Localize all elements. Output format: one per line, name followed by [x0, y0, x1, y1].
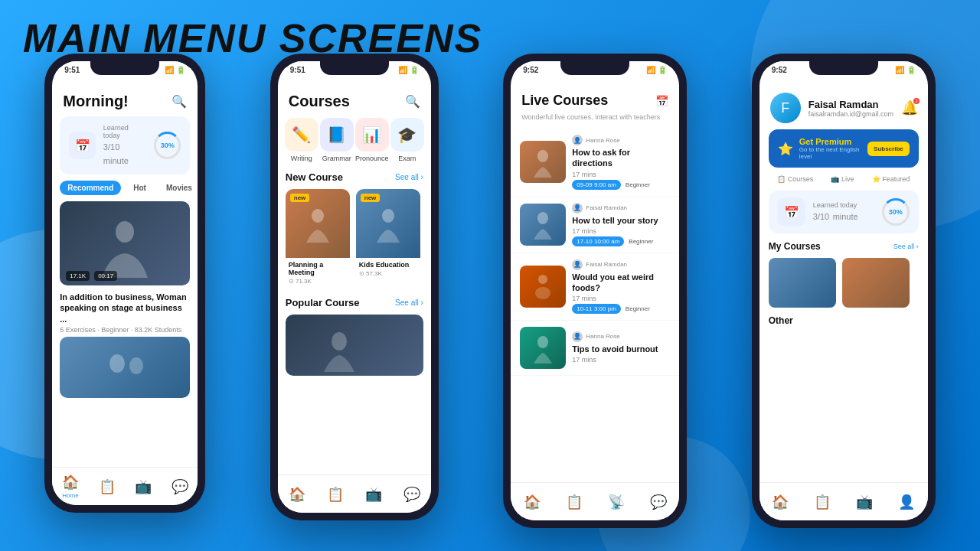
progress-number: 3/10 minute [103, 139, 147, 167]
my-courses-title: My Courses [769, 241, 821, 252]
phone-2-notch [320, 61, 389, 75]
course-1-time: 09-09 9:00 am [572, 180, 621, 190]
course-1-img [520, 141, 566, 183]
phone-1-video-card[interactable]: 17.1K 00:17 [60, 201, 190, 285]
svg-point-1 [109, 354, 125, 373]
nav-tv[interactable]: 📺 [135, 478, 152, 495]
course-1-info: 👤 Hanna Rose How to ask for directions 1… [572, 135, 670, 190]
my-course-1-thumb[interactable] [769, 258, 836, 308]
svg-point-3 [312, 209, 324, 223]
course-3-time: 10-11 3:00 pm [572, 304, 621, 314]
phone-1-progress-card: 📅 Learned today 3/10 minute 30% [60, 116, 190, 174]
course-3-figure [531, 272, 554, 302]
course-2-img [520, 204, 566, 246]
nav-home-label: Home [62, 492, 78, 499]
my-course-2-thumb[interactable] [842, 258, 910, 308]
course-4-title: Tips to avoid burnout [572, 344, 670, 354]
course-2-thumb [520, 204, 566, 246]
subtab-live[interactable]: 📺 Live [831, 175, 854, 183]
course-2-figure [531, 209, 554, 240]
nav-courses[interactable]: 📋 [99, 478, 116, 495]
phone-2-nav: 🏠 📋 📺 💬 [278, 474, 431, 513]
phone-4-screen: 9:52 📶 🔋 F Faisal Ramdan faisalramdan.id… [760, 61, 928, 520]
video-figure-2 [94, 344, 155, 390]
phone-4-sub-tabs: 📋 Courses 📺 Live ⭐ Featured [760, 175, 928, 191]
tab-recommend[interactable]: Recommend [60, 181, 121, 195]
phone-2-new-course-header: New Course See all › [278, 171, 431, 189]
battery-icon-4: 🔋 [906, 66, 916, 74]
nav-home-3[interactable]: 🏠 [524, 494, 541, 510]
progress-number-4: 3/10 minute [813, 209, 858, 223]
course-card-kids[interactable]: new Kids Education ⊙ 57.3K [356, 189, 420, 288]
nav-chat[interactable]: 💬 [172, 478, 188, 495]
nav-home[interactable]: 🏠 Home [62, 474, 79, 499]
learned-label: Learned today [103, 124, 147, 139]
battery-icon-2: 🔋 [410, 66, 419, 74]
popular-label: Popular Course [286, 297, 360, 308]
nav-chat-2[interactable]: 💬 [403, 486, 420, 503]
my-courses-see-all[interactable]: See all › [893, 243, 919, 250]
notification-bell[interactable]: 🔔 2 [901, 99, 918, 116]
courses-icon: 📋 [99, 478, 116, 495]
new-course-see-all[interactable]: See all › [395, 173, 423, 181]
course-1-figure [531, 147, 554, 178]
tab-hot[interactable]: Hot [126, 181, 154, 195]
premium-card[interactable]: ⭐ Get Premium Go to the next English lev… [769, 129, 919, 168]
course-2-time: 17-10 10:00 am [572, 236, 624, 246]
nav-courses-2[interactable]: 📋 [327, 486, 344, 503]
course-1-title: How to ask for directions [572, 147, 670, 169]
instructor-1-name: Hanna Rose [586, 137, 619, 144]
user-email: faisalramdan.id@gmail.com [808, 110, 893, 118]
phone-1-tabs: Recommend Hot Movies Busines [52, 181, 198, 201]
course-2-info: 👤 Faisal Ramdan How to tell your story 1… [572, 203, 670, 246]
wifi-icon-2: 📶 [398, 66, 407, 74]
nav-profile-4[interactable]: 👤 [898, 494, 915, 510]
phone-4-notch [809, 61, 878, 75]
course-card-planning[interactable]: new Planning a Meeting ⊙ 71.3K [286, 189, 350, 288]
cat-grammar[interactable]: 📘 Grammar [320, 118, 354, 162]
nav-home-4[interactable]: 🏠 [772, 494, 789, 510]
new-badge-2: new [361, 194, 381, 202]
svg-point-2 [129, 357, 143, 374]
phones-container: 9:51 📶 🔋 Morning! 🔍 📅 Learned today 3/10 [15, 54, 965, 528]
instructor-2-avatar: 👤 [572, 203, 583, 214]
battery-icon-3: 🔋 [658, 66, 667, 74]
subtab-courses[interactable]: 📋 Courses [777, 175, 813, 183]
cat-exam[interactable]: 🎓 Exam [390, 118, 424, 162]
subscribe-button[interactable]: Subscribe [867, 142, 910, 156]
subtab-featured[interactable]: ⭐ Featured [872, 175, 910, 183]
course-3-level: Beginner [626, 305, 650, 312]
nav-chat-3[interactable]: 💬 [650, 494, 667, 510]
cat-writing[interactable]: ✏️ Writing [285, 118, 318, 162]
kids-title: Kids Education [356, 258, 420, 270]
nav-home-2[interactable]: 🏠 [289, 486, 305, 503]
calendar-icon[interactable]: 📅 [655, 95, 668, 107]
nav-tv-4[interactable]: 📺 [856, 494, 873, 510]
search-icon-2[interactable]: 🔍 [405, 94, 420, 109]
live-course-2[interactable]: 👤 Faisal Ramdan How to tell your story 1… [511, 197, 679, 253]
new-course-label: New Course [286, 171, 343, 183]
other-title: Other [769, 315, 919, 326]
premium-sub: Go to the next English level [799, 146, 861, 160]
popular-see-all[interactable]: See all › [395, 298, 423, 307]
phone-1-video-card2[interactable] [60, 337, 190, 398]
search-icon[interactable]: 🔍 [172, 94, 187, 109]
phone-1-time: 9:51 [64, 66, 80, 74]
popular-figure [316, 318, 393, 372]
cat-pronounce[interactable]: 📊 Pronounce [355, 118, 389, 162]
nav-tv-2[interactable]: 📺 [365, 486, 382, 503]
video-figure [94, 209, 155, 278]
live-course-4[interactable]: 👤 Hanna Rose Tips to avoid burnout 17 mi… [511, 321, 679, 376]
live-course-3[interactable]: 👤 Faisal Ramdan Would you eat weird food… [511, 253, 679, 321]
phone-1-status-icons: 📶 🔋 [165, 66, 185, 74]
pronounce-icon-box: 📊 [355, 118, 389, 152]
live-course-1[interactable]: 👤 Hanna Rose How to ask for directions 1… [511, 129, 679, 197]
nav-live-3[interactable]: 📡 [608, 494, 625, 510]
course-3-thumb [520, 266, 566, 308]
nav-courses-3[interactable]: 📋 [566, 494, 583, 510]
nav-courses-4[interactable]: 📋 [814, 494, 831, 510]
svg-point-10 [537, 336, 548, 348]
svg-point-9 [535, 287, 550, 299]
popular-thumbnail[interactable] [286, 315, 423, 376]
tab-movies[interactable]: Movies [158, 181, 198, 195]
